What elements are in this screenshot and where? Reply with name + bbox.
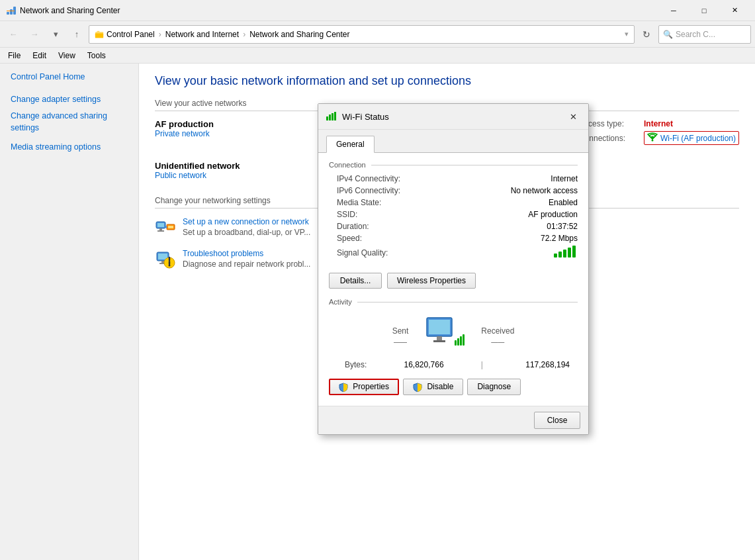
svg-rect-20 <box>326 117 328 120</box>
dialog-tabs: General <box>318 130 588 153</box>
bytes-label: Bytes: <box>337 360 367 369</box>
details-button[interactable]: Details... <box>329 273 382 289</box>
minimize-button[interactable]: ─ <box>658 0 689 21</box>
refresh-button[interactable]: ↻ <box>637 25 656 44</box>
svg-rect-36 <box>463 334 465 346</box>
wireless-properties-button[interactable]: Wireless Properties <box>387 273 476 289</box>
properties-button[interactable]: Properties <box>329 379 399 395</box>
sidebar: Control Panel Home Change adapter settin… <box>0 64 139 560</box>
breadcrumb-part2: Network and Internet <box>165 30 239 39</box>
title-bar: Network and Sharing Center ─ □ ✕ <box>0 0 755 21</box>
svg-rect-21 <box>329 115 331 120</box>
svg-point-13 <box>165 226 167 228</box>
media-state-row: Media State: Enabled <box>329 197 578 209</box>
svg-rect-23 <box>334 112 336 120</box>
dialog-close-button[interactable]: ✕ <box>566 109 580 124</box>
duration-key: Duration: <box>329 222 369 231</box>
bytes-recv-value: 117,268,194 <box>510 360 570 369</box>
svg-rect-12 <box>168 226 173 228</box>
detail-buttons-row: Details... Wireless Properties <box>329 267 578 291</box>
ssid-key: SSID: <box>329 210 357 219</box>
page-title: View your basic network information and … <box>155 74 739 88</box>
svg-rect-25 <box>558 252 562 257</box>
troubleshoot-desc: Diagnose and repair network probl... <box>183 259 310 269</box>
svg-rect-31 <box>437 336 442 340</box>
dialog-title: Wi-Fi Status <box>342 112 560 122</box>
properties-button-label: Properties <box>353 382 389 391</box>
media-state-value: Enabled <box>549 198 578 207</box>
svg-rect-1 <box>10 9 13 15</box>
svg-rect-27 <box>568 248 571 257</box>
new-connection-icon <box>155 216 176 238</box>
disable-button[interactable]: Disable <box>403 379 463 395</box>
diagnose-button[interactable]: Diagnose <box>467 379 521 395</box>
window-title: Network and Sharing Center <box>20 6 658 15</box>
network1-connection: Access type: Internet Connections: <box>579 119 739 145</box>
dialog-footer: Close <box>318 406 588 434</box>
window-close-button[interactable]: ✕ <box>719 0 750 21</box>
svg-rect-26 <box>563 250 566 257</box>
svg-rect-32 <box>433 340 445 342</box>
activity-label: Activity <box>329 298 578 306</box>
tab-general[interactable]: General <box>326 136 375 153</box>
dropdown-button[interactable]: ▾ <box>46 25 65 44</box>
wifi-connection-link[interactable]: Wi-Fi (AF production) <box>644 131 739 145</box>
new-connection-desc: Set up a broadband, dial-up, or VP... <box>183 228 310 237</box>
menu-view[interactable]: View <box>53 50 81 62</box>
signal-bars-icon <box>554 246 578 257</box>
address-field[interactable]: Control Panel › Network and Internet › N… <box>89 25 635 44</box>
search-icon: 🔍 <box>663 30 673 39</box>
duration-row: Duration: 01:37:52 <box>329 220 578 232</box>
back-button[interactable]: ← <box>4 25 22 44</box>
dialog-title-bar: Wi-Fi Status ✕ <box>318 104 588 130</box>
troubleshoot-icon <box>155 248 176 269</box>
breadcrumb-sep1: › <box>159 30 161 39</box>
breadcrumb-sep2: › <box>243 30 245 39</box>
menu-file[interactable]: File <box>3 50 26 62</box>
wifi-connection-label: Wi-Fi (AF production) <box>660 134 736 143</box>
up-button[interactable]: ↑ <box>67 25 86 44</box>
menu-tools[interactable]: Tools <box>82 50 111 62</box>
sent-label: Sent <box>392 326 409 336</box>
sidebar-item-change-advanced-sharing[interactable]: Change advanced sharing settings <box>11 111 128 134</box>
bytes-divider: | <box>481 360 483 369</box>
forward-button[interactable]: → <box>25 25 44 44</box>
sidebar-item-change-adapter-settings[interactable]: Change adapter settings <box>11 94 128 106</box>
ipv4-value: Internet <box>551 174 578 183</box>
search-box[interactable]: 🔍 Search C... <box>658 25 751 44</box>
svg-rect-35 <box>460 336 462 346</box>
window-controls: ─ □ ✕ <box>658 0 750 21</box>
svg-rect-22 <box>332 113 333 120</box>
speed-value: 72.2 Mbps <box>541 234 578 243</box>
bytes-sent-value: 16,820,766 <box>394 360 454 369</box>
connection-section-label: Connection <box>329 161 578 169</box>
disable-button-label: Disable <box>427 382 453 391</box>
signal-value <box>554 246 578 259</box>
svg-rect-3 <box>7 11 15 11</box>
ssid-value: AF production <box>528 210 578 219</box>
speed-key: Speed: <box>329 234 362 243</box>
activity-section: Activity Sent —— <box>329 298 578 369</box>
properties-shield-icon <box>339 382 350 391</box>
wifi-icon <box>647 132 658 144</box>
maximize-button[interactable]: □ <box>689 0 719 21</box>
svg-rect-0 <box>7 12 9 15</box>
address-bar: ← → ▾ ↑ Control Panel › Network and Inte… <box>0 21 755 48</box>
svg-rect-8 <box>157 223 164 227</box>
troubleshoot-link[interactable]: Troubleshoot problems <box>183 249 263 258</box>
content-area: View your basic network information and … <box>139 64 755 560</box>
sidebar-item-media-streaming-options[interactable]: Media streaming options <box>11 142 128 154</box>
svg-rect-5 <box>95 33 103 38</box>
ssid-row: SSID: AF production <box>329 209 578 220</box>
sent-col: Sent —— <box>392 326 409 346</box>
svg-rect-9 <box>159 228 162 230</box>
disable-shield-icon <box>413 382 424 391</box>
sidebar-item-control-panel-home[interactable]: Control Panel Home <box>11 71 128 83</box>
menu-edit[interactable]: Edit <box>27 50 52 62</box>
access-type-row: Access type: Internet <box>579 119 739 128</box>
app-icon <box>5 5 16 16</box>
close-button[interactable]: Close <box>534 412 580 429</box>
breadcrumb-dropdown[interactable]: ▾ <box>625 30 629 38</box>
menu-bar: File Edit View Tools <box>0 48 755 64</box>
new-connection-link[interactable]: Set up a new connection or network <box>183 217 309 226</box>
